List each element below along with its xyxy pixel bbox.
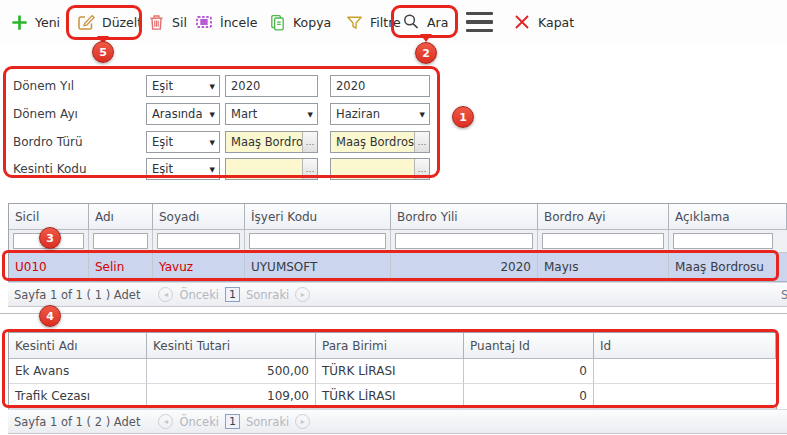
chevron-down-icon: ▼ — [308, 111, 313, 119]
annotation-badge-5: 5 — [92, 41, 114, 63]
payroll-deduction-window: Yeni Düzelt Sil İnce — [0, 0, 787, 435]
prev-page-icon[interactable]: ◂ — [158, 287, 173, 302]
kapat-button[interactable]: Kapat — [512, 10, 574, 34]
payroll-grid-filter-row — [9, 230, 787, 253]
column-header-para-birimi[interactable]: Para Birimi — [316, 333, 464, 359]
table-row[interactable]: Ek Avans 500,00 TÜRK LİRASI 0 — [9, 359, 776, 384]
cell-para-birimi: TÜRK LİRASI — [316, 359, 464, 384]
payroll-grid-pagination: Sayfa 1 of 1 ( 1 ) Adet ◂ Önceki 1 Sonra… — [8, 282, 787, 307]
prev-page-icon[interactable]: ◂ — [158, 414, 173, 429]
copy-icon — [268, 13, 287, 32]
chevron-down-icon: ▼ — [210, 111, 215, 119]
column-header-isyeri[interactable]: İşyeri Kodu — [245, 204, 391, 230]
column-header-puantaj-id[interactable]: Puantaj Id — [464, 333, 594, 359]
next-page-label[interactable]: Sonraki — [246, 288, 289, 302]
filter-input-bordro-yili[interactable] — [395, 233, 533, 249]
deductions-grid-pagination: Sayfa 1 of 1 ( 2 ) Adet ◂ Önceki 1 Sonra… — [8, 409, 787, 434]
column-header-bordro-yili[interactable]: Bordro Yili — [391, 204, 538, 230]
close-x-icon — [512, 12, 532, 32]
column-header-kesinti-tutari[interactable]: Kesinti Tutari — [147, 333, 316, 359]
ara-label: Ara — [427, 15, 448, 30]
kesinti-kodu-operator-select[interactable]: Eşit ▼ — [146, 158, 220, 180]
bordro-turu-from-lookup[interactable]: Maaş Bordrosu … — [225, 131, 318, 153]
column-header-bordro-ayi[interactable]: Bordro Ayi — [538, 204, 669, 230]
bordro-turu-operator-select[interactable]: Eşit ▼ — [146, 131, 220, 153]
next-page-icon[interactable]: ▸ — [295, 414, 310, 429]
sil-button[interactable]: Sil — [147, 10, 187, 34]
duzelt-button[interactable]: Düzelt — [76, 10, 142, 34]
filter-input-adi[interactable] — [93, 233, 148, 249]
page-info: Sayfa 1 of 1 ( 2 ) Adet — [14, 415, 140, 429]
cell-aciklama: Maaş Bordrosu — [669, 253, 787, 282]
annotation-badge-4: 4 — [39, 305, 61, 327]
badge-pointer — [420, 34, 432, 42]
column-header-aciklama[interactable]: Açıklama — [669, 204, 787, 230]
prev-page-label[interactable]: Önceki — [179, 288, 219, 302]
cell-id — [594, 384, 776, 409]
donem-ayi-operator-select[interactable]: Arasında ▼ — [146, 103, 220, 125]
annotation-badge-1: 1 — [452, 106, 474, 128]
donem-yil-operator-select[interactable]: Eşit ▼ — [146, 75, 220, 97]
filtre-button[interactable]: Filtre — [345, 10, 401, 34]
donem-ayi-to-select[interactable]: Haziran ▼ — [330, 103, 430, 125]
yeni-button[interactable]: Yeni — [10, 10, 60, 34]
cell-isyeri: UYUMSOFT — [245, 253, 391, 282]
table-row[interactable]: Trafik Cezası 109,00 TÜRK LİRASI 0 — [9, 384, 776, 409]
inspect-icon — [194, 12, 214, 32]
ellipsis-lookup-button[interactable]: … — [414, 132, 429, 152]
next-page-label[interactable]: Sonraki — [246, 415, 289, 429]
cell-id — [594, 359, 776, 384]
cell-soyadi: Yavuz — [153, 253, 245, 282]
filter-label-donem-yil: Dönem Yıl — [13, 79, 74, 93]
hamburger-menu-icon[interactable] — [466, 12, 493, 32]
kopya-button[interactable]: Kopya — [268, 10, 331, 34]
cell-adi: Selin — [89, 253, 153, 282]
kesinti-kodu-to-lookup[interactable]: … — [330, 158, 430, 180]
column-header-adi[interactable]: Adı — [89, 204, 153, 230]
deductions-grid-header: Kesinti Adı Kesinti Tutari Para Birimi P… — [9, 333, 776, 359]
ara-button[interactable]: Ara — [401, 10, 448, 34]
donem-ayi-from-select[interactable]: Mart ▼ — [225, 103, 318, 125]
chevron-down-icon: ▼ — [210, 166, 215, 174]
page-number-box[interactable]: 1 — [225, 414, 240, 429]
donem-yil-to-input[interactable]: 2020 — [330, 75, 430, 97]
ellipsis-lookup-button[interactable]: … — [414, 159, 429, 179]
plus-icon — [10, 13, 29, 32]
filter-label-kesinti-kodu: Kesinti Kodu — [13, 162, 87, 176]
cell-puantaj-id: 0 — [464, 359, 594, 384]
trash-icon — [147, 13, 166, 32]
ellipsis-lookup-button[interactable]: … — [302, 132, 317, 152]
yeni-label: Yeni — [35, 15, 60, 30]
table-row-selected[interactable]: U010 Selin Yavuz UYUMSOFT 2020 Mayıs Maa… — [9, 253, 787, 282]
column-header-kesinti-adi[interactable]: Kesinti Adı — [9, 333, 147, 359]
filter-input-bordro-ayi[interactable] — [542, 233, 664, 249]
search-icon — [401, 12, 421, 32]
bordro-turu-to-lookup[interactable]: Maaş Bordrosu … — [330, 131, 430, 153]
kesinti-kodu-from-lookup[interactable]: … — [225, 158, 318, 180]
page-number-box[interactable]: 1 — [225, 287, 240, 302]
column-header-soyadi[interactable]: Soyadı — [153, 204, 245, 230]
filter-input-aciklama[interactable] — [673, 233, 773, 249]
next-page-icon[interactable]: ▸ — [295, 287, 310, 302]
filter-input-isyeri[interactable] — [249, 233, 386, 249]
donem-yil-from-input[interactable]: 2020 — [225, 75, 318, 97]
kapat-label: Kapat — [538, 15, 574, 30]
cell-sicil: U010 — [9, 253, 89, 282]
chevron-down-icon: ▼ — [210, 139, 215, 147]
duzelt-label: Düzelt — [102, 15, 142, 30]
cell-kesinti-adi: Ek Avans — [9, 359, 147, 384]
chevron-down-icon: ▼ — [420, 111, 425, 119]
filter-label-bordro-turu: Bordro Türü — [13, 135, 83, 149]
section-divider — [0, 313, 787, 314]
prev-page-label[interactable]: Önceki — [179, 415, 219, 429]
filter-input-soyadi[interactable] — [157, 233, 240, 249]
annotation-badge-2: 2 — [415, 42, 437, 64]
incele-button[interactable]: İncele — [194, 10, 257, 34]
payroll-grid: Sicil Adı Soyadı İşyeri Kodu Bordro Yili… — [8, 203, 787, 283]
filter-label-donem-ayi: Dönem Ayı — [13, 107, 78, 121]
ellipsis-lookup-button[interactable]: … — [302, 159, 317, 179]
filter-funnel-icon — [345, 13, 364, 32]
cell-kesinti-tutari: 500,00 — [147, 359, 316, 384]
filtre-label: Filtre — [370, 15, 401, 30]
column-header-id[interactable]: Id — [594, 333, 776, 359]
